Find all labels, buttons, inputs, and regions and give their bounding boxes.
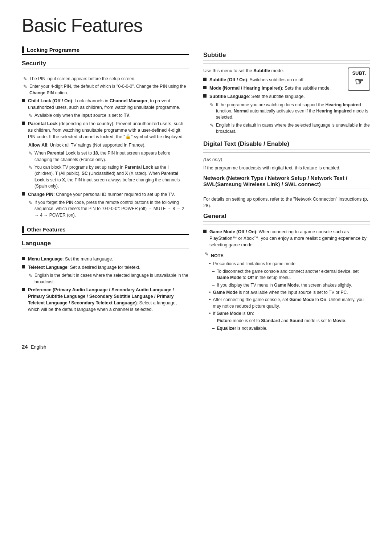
- game-mode-dash-2: – If you display the TV menu in Game Mod…: [212, 282, 370, 288]
- subtitle-language-item: Subtitle Language: Sets the subtitle lan…: [203, 93, 338, 100]
- bullet-icon: [22, 265, 25, 268]
- bullet-icon: [22, 257, 25, 260]
- security-note-2: ✎ Enter your 4-digit PIN, the default of…: [23, 83, 189, 96]
- game-mode-on-dash-2: – Equalizer is not available.: [212, 325, 370, 332]
- bullet-icon: [22, 99, 25, 102]
- page-footer: 24 English: [22, 344, 370, 350]
- change-pin-note: ✎ If you forget the PIN code, press the …: [28, 200, 189, 218]
- bullet-icon: [22, 122, 25, 125]
- child-lock-note: ✎ Available only when the Input source i…: [28, 112, 189, 119]
- footer-lang: English: [31, 344, 46, 350]
- child-lock-item: Child Lock (Off / On): Lock channels in …: [22, 98, 189, 111]
- bullet-icon: [203, 86, 207, 89]
- note-section: ✎ NOTE • Precautions and limitations for…: [203, 251, 370, 332]
- subtitle-title: Subtitle: [203, 52, 370, 61]
- subtitle-note-1: ✎ If the programme you are watching does…: [210, 102, 370, 121]
- game-mode-dot-2: • After connecting the game console, set…: [209, 297, 370, 309]
- bullet-icon: [22, 288, 25, 291]
- game-mode-item: Game Mode (Off / On): When connecting to…: [203, 229, 370, 248]
- game-mode-dot-1: • Game Mode is not available when the in…: [209, 290, 370, 296]
- digital-text-title: Digital Text (Disable / Enable): [203, 140, 370, 149]
- game-mode-on-dash-1: – Picture mode is set to Standard and So…: [212, 318, 370, 324]
- bullet-icon: [203, 230, 207, 233]
- general-title: General: [203, 213, 370, 222]
- page-number: 24: [22, 344, 28, 350]
- preference-item: Preference (Primary Audio Language / Sec…: [22, 287, 189, 313]
- menu-language-item: Menu Language: Set the menu language.: [22, 256, 189, 262]
- left-column: Locking Programme Security ✎ The PIN inp…: [22, 46, 189, 333]
- bullet-icon: [22, 192, 25, 196]
- header-bar-icon: [22, 226, 24, 233]
- subtitle-note-2: ✎ English is the default in cases where …: [210, 122, 370, 135]
- lang-note: ✎ English is the default in cases where …: [28, 272, 189, 285]
- network-text: For details on setting up options, refer…: [203, 196, 370, 209]
- bullet-icon: [203, 78, 207, 81]
- game-mode-dash-1: – To disconnect the game console and con…: [212, 268, 370, 281]
- teletext-language-item: Teletext Language: Set a desired languag…: [22, 264, 189, 271]
- bullet-icon: [203, 94, 207, 98]
- digital-uk-note: (UK only): [203, 156, 370, 163]
- security-title: Security: [22, 60, 189, 69]
- header-bar-icon: [22, 46, 24, 53]
- allow-all-item: Allow All: Unlock all TV ratings (Not su…: [28, 142, 189, 148]
- change-pin-item: Change PIN: Change your personal ID numb…: [22, 191, 189, 198]
- other-features-title: Other Features: [27, 226, 66, 233]
- parental-note-1: ✎ When Parental Lock is set to 18, the P…: [28, 150, 189, 163]
- hand-icon: ☞: [352, 76, 366, 88]
- network-title: Network (Network Type / Network Setup / …: [203, 175, 370, 189]
- precautions-item: • Precautions and limitations for game m…: [209, 261, 370, 267]
- locking-programme-title: Locking Programme: [27, 47, 79, 53]
- security-note-1: ✎ The PIN input screen appears before th…: [23, 76, 189, 82]
- subt-label: SUBT.: [352, 70, 366, 76]
- subt-button: SUBT. ☞: [348, 67, 370, 91]
- locking-programme-header: Locking Programme: [22, 46, 189, 55]
- language-title: Language: [22, 240, 189, 249]
- subtitle-off-on-item: Subtitle (Off / On): Switches subtitles …: [203, 77, 338, 83]
- if-game-mode-item: • If Game Mode is On:: [209, 311, 370, 317]
- parental-lock-item: Parental Lock (depending on the country)…: [22, 120, 189, 140]
- parental-note-2: ✎ You can block TV programs by set up ra…: [28, 164, 189, 190]
- digital-text-desc: If the programme broadcasts with digital…: [203, 165, 370, 171]
- other-features-header: Other Features: [22, 226, 189, 235]
- right-column: Subtitle SUBT. ☞ Use this menu to set th…: [203, 46, 370, 333]
- subtitle-mode-item: Mode (Normal / Hearing Impaired): Sets t…: [203, 85, 338, 91]
- page-title: Basic Features: [22, 15, 370, 36]
